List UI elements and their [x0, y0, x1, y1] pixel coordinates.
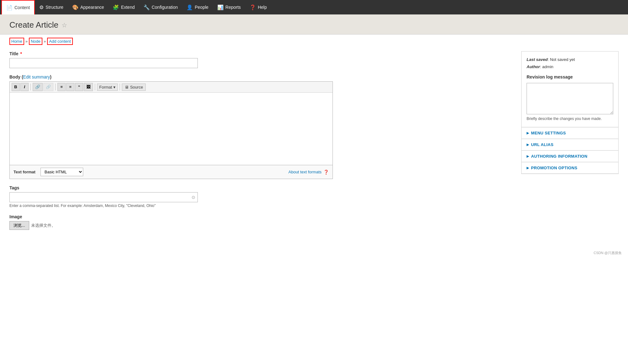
blockquote-button[interactable]: “ [75, 83, 83, 91]
tags-input-wrapper: ⊙ [9, 192, 198, 202]
tags-field-group: Tags ⊙ Enter a comma-separated list. For… [9, 185, 515, 208]
nav-icon-extend: 🧩 [113, 4, 119, 10]
authoring-info-header[interactable]: ▶ AUTHORING INFORMATION [522, 151, 618, 162]
nav-item-help[interactable]: ❓Help [245, 0, 271, 14]
nav-icon-reports: 📊 [217, 4, 224, 10]
source-button[interactable]: 🖥 Source [122, 84, 146, 91]
toolbar-sep-2 [55, 84, 56, 90]
nav-icon-help: ❓ [250, 4, 256, 10]
nav-label-help: Help [258, 5, 267, 10]
image-field-group: Image 浏览... 未选择文件。 [9, 214, 515, 230]
nav-item-content[interactable]: 📄Content [1, 0, 35, 14]
italic-button[interactable]: I [20, 83, 29, 91]
nav-label-extend: Extend [121, 5, 135, 10]
body-label-text: Body [9, 74, 20, 79]
sidebar-section-authoring-info: ▶ AUTHORING INFORMATION [522, 150, 618, 162]
sidebar-section-promotion-options: ▶ PROMOTION OPTIONS [522, 162, 618, 174]
nav-label-content: Content [14, 5, 30, 10]
author-label: Author [527, 64, 540, 69]
menu-settings-arrow-icon: ▶ [527, 131, 529, 135]
nav-icon-structure: ⚙ [39, 4, 44, 10]
body-editor: B I 🔗 🔗 ≡ ≡ “ 🖼 Format ▾ [9, 81, 333, 165]
title-field-group: Title * [9, 51, 515, 68]
body-field-group: Body (Edit summary) B I 🔗 🔗 ≡ ≡ “ 🖼 [9, 74, 515, 179]
last-saved-label: Last saved [527, 57, 548, 62]
footer-watermark-text: CSDN @只惠摸鱼 [594, 251, 622, 255]
source-label: Source [130, 85, 143, 90]
nav-icon-content: 📄 [6, 5, 13, 11]
nav-item-configuration[interactable]: 🔧Configuration [139, 0, 182, 14]
image-button[interactable]: 🖼 [84, 83, 93, 91]
sidebar: Last saved: Not saved yet Author: admin … [521, 51, 619, 174]
source-icon: 🖥 [125, 85, 129, 90]
menu-settings-label: MENU SETTINGS [531, 131, 566, 135]
main-layout: Title * Body (Edit summary) B I 🔗 🔗 ≡ [0, 45, 628, 242]
ul-button[interactable]: ≡ [57, 83, 66, 91]
editor-toolbar: B I 🔗 🔗 ≡ ≡ “ 🖼 Format ▾ [10, 82, 333, 93]
author-row: Author: admin [527, 63, 613, 70]
bold-button[interactable]: B [12, 83, 20, 91]
nav-icon-appearance: 🎨 [72, 4, 78, 10]
format-dropdown[interactable]: Format ▾ [97, 84, 118, 91]
nav-label-appearance: Appearance [80, 5, 104, 10]
breadcrumb-node[interactable]: Node [29, 38, 42, 45]
nav-item-people[interactable]: 👤People [182, 0, 213, 14]
format-label: Format [99, 85, 112, 90]
editor-body[interactable] [10, 93, 333, 165]
format-chevron-icon: ▾ [113, 85, 116, 90]
page-title: Create Article ☆ [9, 20, 619, 30]
nav-label-structure: Structure [46, 5, 63, 10]
nav-item-reports[interactable]: 📊Reports [213, 0, 245, 14]
tags-label-text: Tags [9, 185, 19, 190]
unlink-button[interactable]: 🔗 [43, 83, 53, 91]
image-label-text: Image [9, 214, 22, 219]
breadcrumb-sep-2: » [44, 39, 46, 44]
nav-label-reports: Reports [225, 5, 241, 10]
title-input[interactable] [9, 58, 198, 68]
url-alias-header[interactable]: ▶ URL ALIAS [522, 139, 618, 150]
breadcrumb-home[interactable]: Home [9, 38, 24, 45]
text-format-left: Text format Basic HTMLRestricted HTMLFul… [14, 168, 83, 176]
help-circle-icon[interactable]: ❓ [323, 170, 329, 175]
main-content: Title * Body (Edit summary) B I 🔗 🔗 ≡ [9, 51, 515, 236]
promotion-options-label: PROMOTION OPTIONS [531, 166, 577, 170]
file-info-text: 未选择文件。 [31, 223, 56, 228]
breadcrumb-sep-1: » [25, 39, 28, 44]
revision-log-textarea[interactable] [527, 83, 613, 114]
title-required: * [20, 51, 22, 56]
sidebar-section-url-alias: ▶ URL ALIAS [522, 139, 618, 150]
nav-label-configuration: Configuration [152, 5, 178, 10]
format-select[interactable]: Basic HTMLRestricted HTMLFull HTMLPlain … [41, 168, 83, 176]
authoring-info-arrow-icon: ▶ [527, 155, 529, 158]
tags-label: Tags [9, 185, 515, 190]
nav-icon-people: 👤 [187, 4, 193, 10]
bookmark-icon[interactable]: ☆ [62, 21, 67, 29]
sidebar-meta: Last saved: Not saved yet Author: admin … [522, 52, 618, 127]
image-label: Image [9, 214, 515, 219]
toolbar-sep-1 [30, 84, 31, 90]
top-navigation: 📄Content⚙Structure🎨Appearance🧩Extend🔧Con… [0, 0, 628, 14]
nav-item-extend[interactable]: 🧩Extend [108, 0, 139, 14]
ol-button[interactable]: ≡ [66, 83, 74, 91]
tags-input[interactable] [9, 192, 198, 202]
file-browse-button[interactable]: 浏览... [9, 221, 29, 230]
sidebar-section-menu-settings: ▶ MENU SETTINGS [522, 127, 618, 139]
revision-log-label: Revision log message [527, 73, 613, 81]
nav-icon-configuration: 🔧 [143, 4, 150, 10]
promotion-options-header[interactable]: ▶ PROMOTION OPTIONS [522, 162, 618, 174]
edit-summary-link[interactable]: Edit summary [23, 74, 50, 79]
menu-settings-header[interactable]: ▶ MENU SETTINGS [522, 128, 618, 139]
body-label: Body (Edit summary) [9, 74, 515, 79]
file-input-row: 浏览... 未选择文件。 [9, 221, 515, 230]
nav-label-people: People [195, 5, 208, 10]
toolbar-sep-4 [120, 84, 120, 90]
author-value: admin [542, 64, 553, 69]
about-formats-link[interactable]: About text formats [289, 170, 322, 174]
title-label-text: Title [9, 51, 19, 56]
breadcrumb-add-content[interactable]: Add content [47, 38, 73, 45]
promotion-options-arrow-icon: ▶ [527, 166, 529, 170]
nav-item-appearance[interactable]: 🎨Appearance [68, 0, 109, 14]
link-button[interactable]: 🔗 [33, 83, 43, 91]
nav-item-structure[interactable]: ⚙Structure [35, 0, 68, 14]
page-title-text: Create Article [9, 20, 58, 30]
